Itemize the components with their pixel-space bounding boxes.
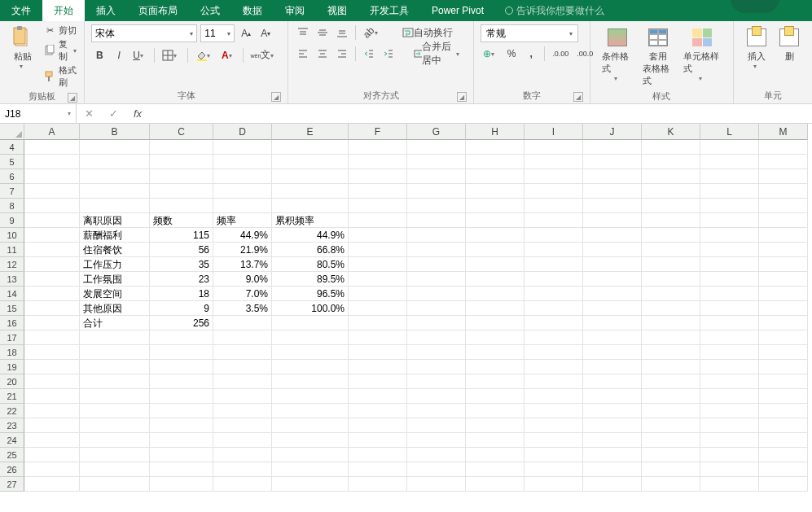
- cell-D5[interactable]: [213, 155, 272, 169]
- comma-button[interactable]: ,: [523, 46, 539, 62]
- tell-me-search[interactable]: 告诉我你想要做什么: [505, 0, 604, 21]
- cell-K23[interactable]: [642, 418, 700, 433]
- cell-A6[interactable]: [24, 169, 80, 184]
- cell-A20[interactable]: [24, 374, 80, 389]
- row-header-18[interactable]: 18: [0, 345, 24, 360]
- cell-L27[interactable]: [700, 477, 759, 492]
- cell-styles-button[interactable]: 单元格样式 ▾: [678, 24, 726, 84]
- cell-L5[interactable]: [700, 155, 759, 169]
- clipboard-dialog-launcher[interactable]: ◢: [68, 93, 77, 103]
- cell-C14[interactable]: 18: [150, 287, 213, 301]
- cell-F15[interactable]: [349, 301, 407, 316]
- cell-M11[interactable]: [759, 243, 808, 257]
- cell-D12[interactable]: 13.7%: [213, 257, 272, 272]
- font-dialog-launcher[interactable]: ◢: [271, 92, 281, 102]
- cell-K9[interactable]: [642, 213, 700, 228]
- cell-G22[interactable]: [407, 404, 466, 418]
- cell-F12[interactable]: [349, 257, 407, 272]
- cell-L12[interactable]: [700, 257, 759, 272]
- cell-D27[interactable]: [213, 477, 272, 492]
- cell-A9[interactable]: [24, 213, 80, 228]
- cell-D8[interactable]: [213, 199, 272, 213]
- cell-M14[interactable]: [759, 287, 808, 301]
- cell-E21[interactable]: [272, 389, 349, 404]
- cell-I14[interactable]: [525, 287, 583, 301]
- cell-K6[interactable]: [642, 169, 700, 184]
- cell-I9[interactable]: [525, 213, 583, 228]
- row-header-24[interactable]: 24: [0, 433, 24, 448]
- cell-H16[interactable]: [466, 316, 525, 330]
- cell-G21[interactable]: [407, 389, 466, 404]
- align-right-button[interactable]: [334, 46, 350, 62]
- column-header-F[interactable]: F: [349, 124, 407, 140]
- cell-G14[interactable]: [407, 287, 466, 301]
- cell-D13[interactable]: 9.0%: [213, 272, 272, 287]
- column-header-M[interactable]: M: [759, 124, 808, 140]
- cell-M15[interactable]: [759, 301, 808, 316]
- cell-B21[interactable]: [80, 389, 150, 404]
- cell-B16[interactable]: 合计: [80, 316, 150, 330]
- cell-L21[interactable]: [700, 389, 759, 404]
- tab-page-layout[interactable]: 页面布局: [127, 0, 189, 21]
- cell-B11[interactable]: 住宿餐饮: [80, 243, 150, 257]
- tab-formulas[interactable]: 公式: [189, 0, 231, 21]
- cell-C19[interactable]: [150, 360, 213, 374]
- cell-D7[interactable]: [213, 184, 272, 199]
- cell-A13[interactable]: [24, 272, 80, 287]
- cell-I26[interactable]: [525, 462, 583, 477]
- cell-F23[interactable]: [349, 418, 407, 433]
- cell-C10[interactable]: 115: [150, 228, 213, 243]
- cell-I8[interactable]: [525, 199, 583, 213]
- cell-G20[interactable]: [407, 374, 466, 389]
- cell-A26[interactable]: [24, 462, 80, 477]
- cell-G5[interactable]: [407, 155, 466, 169]
- tab-home[interactable]: 开始: [42, 0, 85, 21]
- format-painter-button[interactable]: 格式刷: [44, 64, 77, 89]
- cell-C6[interactable]: [150, 169, 213, 184]
- cell-G23[interactable]: [407, 418, 466, 433]
- cell-F27[interactable]: [349, 477, 407, 492]
- paste-button[interactable]: 粘贴 ▾: [7, 24, 39, 72]
- cell-E5[interactable]: [272, 155, 349, 169]
- fx-button[interactable]: fx: [125, 107, 150, 120]
- cell-I15[interactable]: [525, 301, 583, 316]
- cell-H21[interactable]: [466, 389, 525, 404]
- cell-B12[interactable]: 工作压力: [80, 257, 150, 272]
- cell-H18[interactable]: [466, 345, 525, 360]
- cell-E13[interactable]: 89.5%: [272, 272, 349, 287]
- cell-I16[interactable]: [525, 316, 583, 330]
- cell-D22[interactable]: [213, 404, 272, 418]
- cell-I17[interactable]: [525, 330, 583, 345]
- cell-I4[interactable]: [525, 140, 583, 155]
- cell-J12[interactable]: [583, 257, 642, 272]
- cell-L4[interactable]: [700, 140, 759, 155]
- cell-H19[interactable]: [466, 360, 525, 374]
- cell-J8[interactable]: [583, 199, 642, 213]
- cell-B13[interactable]: 工作氛围: [80, 272, 150, 287]
- cell-G7[interactable]: [407, 184, 466, 199]
- cell-K10[interactable]: [642, 228, 700, 243]
- cell-F10[interactable]: [349, 228, 407, 243]
- cell-H24[interactable]: [466, 433, 525, 448]
- row-header-27[interactable]: 27: [0, 477, 24, 492]
- cell-A5[interactable]: [24, 155, 80, 169]
- cell-A7[interactable]: [24, 184, 80, 199]
- cell-F14[interactable]: [349, 287, 407, 301]
- cell-B10[interactable]: 薪酬福利: [80, 228, 150, 243]
- cell-J24[interactable]: [583, 433, 642, 448]
- cell-B19[interactable]: [80, 360, 150, 374]
- decrease-indent-button[interactable]: [361, 46, 377, 62]
- cell-I10[interactable]: [525, 228, 583, 243]
- wrap-text-button[interactable]: 自动换行: [397, 24, 459, 41]
- cell-L13[interactable]: [700, 272, 759, 287]
- cell-G16[interactable]: [407, 316, 466, 330]
- align-center-button[interactable]: [314, 46, 331, 62]
- cell-E9[interactable]: 累积频率: [272, 213, 349, 228]
- cell-H6[interactable]: [466, 169, 525, 184]
- cell-H14[interactable]: [466, 287, 525, 301]
- select-all-corner[interactable]: [0, 124, 24, 140]
- cell-E10[interactable]: 44.9%: [272, 228, 349, 243]
- cell-C23[interactable]: [150, 418, 213, 433]
- cell-I24[interactable]: [525, 433, 583, 448]
- column-header-K[interactable]: K: [642, 124, 700, 140]
